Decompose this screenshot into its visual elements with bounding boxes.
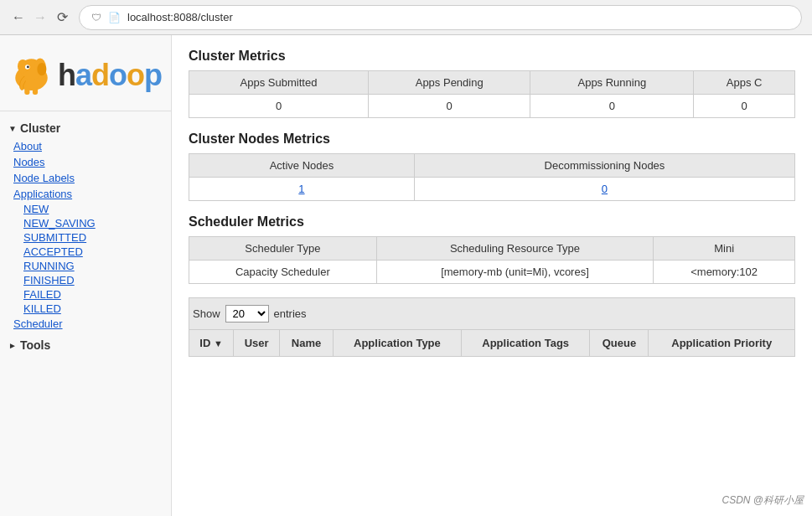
sidebar-item-new[interactable]: NEW bbox=[10, 202, 171, 216]
col-active-nodes: Active Nodes bbox=[189, 154, 415, 178]
sidebar-item-killed[interactable]: KILLED bbox=[10, 302, 171, 316]
nav-buttons: ← → ⟳ bbox=[10, 9, 70, 26]
sidebar-item-new-saving[interactable]: NEW_SAVING bbox=[10, 216, 171, 230]
show-label: Show bbox=[193, 307, 220, 320]
sidebar-item-running[interactable]: RUNNING bbox=[10, 259, 171, 273]
sidebar-item-nodes[interactable]: Nodes bbox=[0, 154, 171, 170]
decommissioning-link[interactable]: 0 bbox=[602, 183, 608, 195]
col-queue: Queue bbox=[590, 330, 649, 357]
show-entries-row: Show 10 20 25 50 100 entries bbox=[189, 297, 795, 329]
tools-label: Tools bbox=[20, 338, 50, 352]
address-bar[interactable]: 🛡 📄 localhost:8088/cluster bbox=[79, 5, 802, 30]
sidebar-item-scheduler[interactable]: Scheduler bbox=[0, 316, 171, 332]
sidebar-cluster-header[interactable]: ▼ Cluster bbox=[0, 118, 171, 138]
tools-triangle-icon: ► bbox=[8, 341, 17, 350]
svg-rect-7 bbox=[24, 88, 29, 95]
cluster-nodes-title: Cluster Nodes Metrics bbox=[189, 132, 795, 147]
apps-submitted-value: 0 bbox=[189, 95, 369, 118]
cluster-metrics-title: Cluster Metrics bbox=[189, 49, 795, 64]
svg-rect-8 bbox=[33, 88, 38, 95]
col-name: Name bbox=[280, 330, 334, 357]
col-application-priority: Application Priority bbox=[649, 330, 795, 357]
col-scheduling-resource: Scheduling Resource Type bbox=[376, 237, 654, 261]
sidebar: hadoop ▼ Cluster About Nodes Node Labels… bbox=[0, 35, 172, 516]
col-apps-c: Apps C bbox=[694, 71, 795, 95]
col-apps-running: Apps Running bbox=[530, 71, 694, 95]
cluster-nodes-row: 1 0 bbox=[189, 178, 795, 201]
page-icon: 📄 bbox=[108, 12, 121, 23]
col-scheduler-type: Scheduler Type bbox=[189, 237, 377, 261]
sort-arrow-icon: ▼ bbox=[214, 338, 223, 348]
reload-button[interactable]: ⟳ bbox=[54, 9, 70, 26]
col-user: User bbox=[234, 330, 280, 357]
scheduler-metrics-table: Scheduler Type Scheduling Resource Type … bbox=[189, 236, 795, 284]
sidebar-item-accepted[interactable]: ACCEPTED bbox=[10, 245, 171, 259]
scheduling-resource-value: [memory-mb (unit=Mi), vcores] bbox=[376, 261, 654, 284]
forward-button[interactable]: → bbox=[32, 9, 49, 26]
scheduler-metrics-title: Scheduler Metrics bbox=[189, 214, 795, 230]
hadoop-logo: hadoop bbox=[8, 52, 163, 98]
browser-chrome: ← → ⟳ 🛡 📄 localhost:8088/cluster bbox=[0, 0, 812, 35]
scheduler-row: Capacity Scheduler [memory-mb (unit=Mi),… bbox=[189, 261, 795, 284]
cluster-metrics-table: Apps Submitted Apps Pending Apps Running… bbox=[189, 70, 795, 118]
shield-icon: 🛡 bbox=[91, 12, 101, 23]
decommissioning-value: 0 bbox=[414, 178, 794, 201]
sidebar-item-finished[interactable]: FINISHED bbox=[10, 273, 171, 287]
url-text: localhost:8088/cluster bbox=[127, 11, 233, 23]
sidebar-logo: hadoop bbox=[0, 44, 171, 111]
col-application-type: Application Type bbox=[333, 330, 461, 357]
sidebar-item-submitted[interactable]: SUBMITTED bbox=[10, 230, 171, 245]
active-nodes-value: 1 bbox=[189, 178, 415, 201]
cluster-nodes-table: Active Nodes Decommissioning Nodes 1 0 bbox=[189, 153, 795, 201]
cluster-triangle-icon: ▼ bbox=[8, 124, 17, 133]
col-id[interactable]: ID ▼ bbox=[189, 330, 234, 357]
col-user-label: User bbox=[245, 337, 269, 349]
watermark: CSDN @科研小屋 bbox=[721, 493, 804, 508]
col-application-type-label: Application Type bbox=[354, 337, 441, 349]
applications-table: ID ▼ User Name Application Type Applicat… bbox=[189, 329, 795, 357]
back-button[interactable]: ← bbox=[10, 9, 27, 26]
col-decommissioning-nodes: Decommissioning Nodes bbox=[414, 154, 794, 178]
sidebar-tools-header[interactable]: ► Tools bbox=[0, 335, 171, 355]
elephant-icon bbox=[8, 52, 54, 98]
apps-table-header-row: ID ▼ User Name Application Type Applicat… bbox=[189, 330, 795, 357]
page-layout: hadoop ▼ Cluster About Nodes Node Labels… bbox=[0, 35, 812, 516]
col-application-tags-label: Application Tags bbox=[482, 337, 569, 349]
sidebar-cluster-section: ▼ Cluster About Nodes Node Labels Applic… bbox=[0, 118, 171, 332]
sidebar-item-applications[interactable]: Applications bbox=[0, 186, 171, 202]
apps-running-value: 0 bbox=[530, 95, 694, 118]
cluster-label: Cluster bbox=[20, 121, 60, 135]
svg-point-6 bbox=[37, 63, 46, 75]
sidebar-item-failed[interactable]: FAILED bbox=[10, 287, 171, 302]
sidebar-sub-links: NEW NEW_SAVING SUBMITTED ACCEPTED RUNNIN… bbox=[0, 202, 171, 316]
col-name-label: Name bbox=[292, 337, 321, 349]
active-nodes-link[interactable]: 1 bbox=[298, 183, 304, 195]
sidebar-item-about[interactable]: About bbox=[0, 138, 171, 154]
apps-c-value: 0 bbox=[694, 95, 795, 118]
scheduler-type-value: Capacity Scheduler bbox=[189, 261, 377, 284]
col-mini: Mini bbox=[654, 237, 795, 261]
entries-label: entries bbox=[274, 307, 307, 320]
col-queue-label: Queue bbox=[603, 337, 636, 349]
sidebar-item-node-labels[interactable]: Node Labels bbox=[0, 170, 171, 186]
col-application-priority-label: Application Priority bbox=[671, 337, 772, 349]
mini-value: <memory:102 bbox=[654, 261, 795, 284]
col-apps-submitted: Apps Submitted bbox=[189, 71, 369, 95]
cluster-metrics-row: 0 0 0 0 bbox=[189, 95, 795, 118]
entries-select[interactable]: 10 20 25 50 100 bbox=[225, 305, 269, 322]
svg-point-5 bbox=[27, 66, 29, 69]
col-apps-pending: Apps Pending bbox=[368, 71, 530, 95]
main-content: Cluster Metrics Apps Submitted Apps Pend… bbox=[172, 35, 812, 516]
col-application-tags: Application Tags bbox=[462, 330, 590, 357]
hadoop-title: hadoop bbox=[58, 58, 162, 93]
col-id-label: ID bbox=[199, 337, 210, 349]
sidebar-tools-section: ► Tools bbox=[0, 335, 171, 355]
apps-pending-value: 0 bbox=[368, 95, 530, 118]
